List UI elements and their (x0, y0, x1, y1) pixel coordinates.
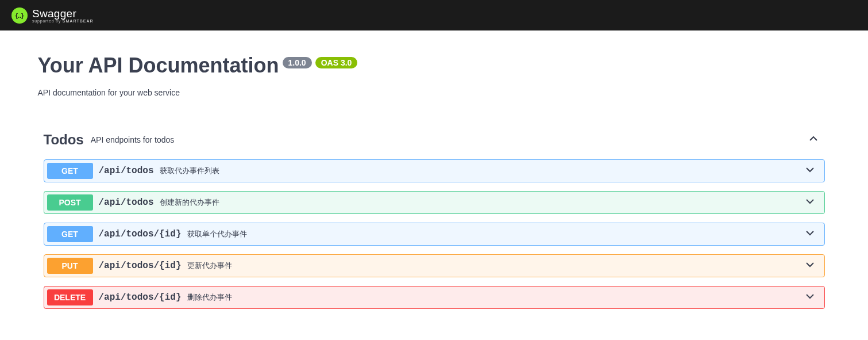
tag-section: Todos API endpoints for todos GET/api/to… (38, 126, 831, 309)
operation-path: /api/todos/{id} (99, 292, 182, 303)
operation-path: /api/todos (99, 166, 154, 176)
swagger-sub-bold: SMARTBEAR (63, 19, 94, 23)
operation-put-3: PUT/api/todos/{id}更新代办事件 (44, 254, 825, 277)
operations-list: GET/api/todos获取代办事件列表POST/api/todos创建新的代… (38, 159, 831, 309)
chevron-down-icon (804, 291, 821, 304)
operation-get-2: GET/api/todos/{id}获取单个代办事件 (44, 223, 825, 246)
operation-summary[interactable]: POST/api/todos创建新的代办事件 (44, 192, 824, 213)
title-row: Your API Documentation 1.0.0 OAS 3.0 (38, 54, 831, 78)
swagger-icon: {..} (11, 7, 28, 24)
oas-badge: OAS 3.0 (315, 57, 358, 68)
swagger-name: Swagger (32, 7, 94, 20)
operation-summary[interactable]: GET/api/todos获取代办事件列表 (44, 160, 824, 182)
tag-header[interactable]: Todos API endpoints for todos (38, 126, 831, 154)
api-description: API documentation for your web service (38, 88, 831, 97)
operation-path: /api/todos (99, 197, 154, 208)
operation-summary[interactable]: GET/api/todos/{id}获取单个代办事件 (44, 223, 824, 245)
swagger-subtitle: supported by SMARTBEAR (32, 19, 94, 23)
operation-get-0: GET/api/todos获取代办事件列表 (44, 159, 825, 182)
page-title: Your API Documentation (38, 54, 279, 78)
tag-name: Todos (44, 132, 84, 148)
operation-description: 删除代办事件 (187, 292, 232, 303)
operation-summary[interactable]: DELETE/api/todos/{id}删除代办事件 (44, 286, 824, 308)
chevron-down-icon (804, 196, 821, 209)
operation-path: /api/todos/{id} (99, 229, 182, 239)
method-badge: DELETE (47, 289, 93, 305)
chevron-down-icon (804, 259, 821, 273)
method-badge: GET (47, 226, 93, 242)
topbar: {..} Swagger supported by SMARTBEAR (0, 0, 868, 30)
operation-delete-4: DELETE/api/todos/{id}删除代办事件 (44, 286, 825, 309)
operation-post-1: POST/api/todos创建新的代办事件 (44, 191, 825, 214)
method-badge: GET (47, 163, 93, 179)
swagger-sub-prefix: supported by (32, 19, 63, 23)
tag-description: API endpoints for todos (91, 135, 175, 144)
chevron-down-icon (804, 227, 821, 241)
version-badge: 1.0.0 (283, 57, 312, 68)
operation-description: 创建新的代办事件 (160, 197, 219, 208)
chevron-down-icon (804, 164, 821, 178)
operation-description: 更新代办事件 (187, 261, 232, 271)
operation-path: /api/todos/{id} (99, 261, 182, 271)
chevron-up-icon (808, 133, 819, 147)
method-badge: PUT (47, 258, 93, 274)
swagger-brand-text: Swagger supported by SMARTBEAR (32, 7, 94, 23)
operation-description: 获取单个代办事件 (187, 229, 247, 239)
method-badge: POST (47, 194, 93, 211)
content: Your API Documentation 1.0.0 OAS 3.0 API… (15, 30, 854, 329)
operation-description: 获取代办事件列表 (160, 166, 219, 176)
operation-summary[interactable]: PUT/api/todos/{id}更新代办事件 (44, 255, 824, 277)
topbar-logo[interactable]: {..} Swagger supported by SMARTBEAR (11, 7, 94, 24)
